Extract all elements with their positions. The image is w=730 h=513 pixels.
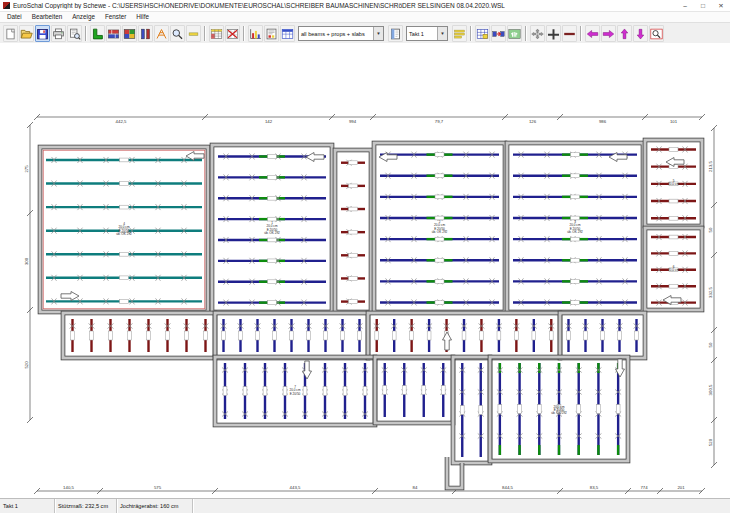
svg-text:774: 774 [640, 485, 648, 490]
hand-icon [508, 28, 521, 40]
room-label: üb. OK 292 [567, 230, 583, 234]
svg-text:84: 84 [413, 485, 418, 490]
close-button[interactable]: ✕ [712, 0, 730, 11]
strip-2[interactable] [215, 313, 368, 358]
menu-fenster[interactable]: Fenster [100, 12, 131, 22]
wing-room-1[interactable]: 520,0 cm [645, 140, 702, 226]
takt-select-combobox[interactable]: Takt 1▼ [406, 26, 448, 41]
lower-room-3[interactable]: 820,0 cmE 20/50üb. OK 292 [490, 357, 628, 461]
room-4[interactable]: 320,0 cmE 20/50üb. OK 292 [507, 143, 643, 312]
corridor-1[interactable] [335, 150, 371, 312]
slab-formwork-button[interactable] [122, 25, 137, 42]
print-preview-button[interactable] [67, 25, 82, 42]
strip-4[interactable] [560, 313, 645, 358]
room-2[interactable]: 120,0 cmE 20/50üb. OK 292 [212, 145, 332, 312]
layers-button[interactable] [452, 25, 467, 42]
menu-datei[interactable]: Datei [2, 12, 27, 22]
maximize-button[interactable]: □ [694, 0, 712, 11]
select-mode-button[interactable] [507, 25, 522, 42]
room-1[interactable]: 420,0 cmE 20/50üb. OK 292 [40, 147, 208, 312]
scroll-left-button[interactable] [585, 25, 600, 42]
folder-open-icon [20, 28, 33, 40]
lower-corridor[interactable] [453, 357, 490, 463]
display-filter-value: all beams + props + slabs [299, 31, 373, 37]
chevron-down-icon[interactable]: ▼ [373, 27, 383, 40]
table-colored-icon [210, 28, 223, 40]
parts-list-button[interactable] [209, 25, 224, 42]
ruler-left: 275300520 [24, 122, 33, 423]
save-file-button[interactable] [35, 25, 50, 42]
transfer-button[interactable] [491, 25, 506, 42]
pan-arrows-icon [531, 28, 544, 40]
lower-room-1[interactable]: 720,0 cmE 20/50 [215, 357, 375, 425]
table-view-button[interactable] [280, 25, 295, 42]
strip-1[interactable] [63, 313, 215, 358]
svg-text:520: 520 [708, 438, 713, 446]
columns-button[interactable] [138, 25, 153, 42]
print-button[interactable] [51, 25, 66, 42]
chevron-down-icon[interactable]: ▼ [437, 27, 447, 40]
report-page-icon [265, 28, 278, 40]
strip-3[interactable] [368, 313, 560, 358]
pan-button[interactable] [530, 25, 545, 42]
svg-text:50: 50 [708, 227, 713, 232]
table-blue-icon [281, 28, 294, 40]
menu-bearbeiten[interactable]: Bearbeiten [27, 12, 67, 22]
measure-button[interactable] [186, 25, 201, 42]
wall-formwork-button[interactable] [106, 25, 121, 42]
color-slab-icon [123, 28, 136, 40]
floor-plan[interactable]: 442,514299479,7126986101140,5575443,5848… [0, 43, 730, 499]
grid-settings-button[interactable] [475, 25, 490, 42]
svg-text:300,5: 300,5 [708, 384, 713, 395]
lower-room-2[interactable] [375, 357, 453, 423]
floppy-disk-icon [36, 28, 49, 40]
minus-dark-icon [563, 28, 576, 40]
l-profile-icon [91, 28, 104, 40]
zoom-out-button[interactable] [562, 25, 577, 42]
status-field-1: Takt 1 [0, 499, 55, 513]
columns-icon [139, 28, 152, 40]
svg-text:50: 50 [708, 342, 713, 347]
menu-anzeige[interactable]: Anzeige [67, 12, 100, 22]
scaffold-button[interactable] [154, 25, 169, 42]
wall-profile-button[interactable] [90, 25, 105, 42]
room-label: 20,0 cm [668, 182, 679, 186]
drawing-canvas[interactable]: 442,514299479,7126986101140,5575443,5848… [0, 43, 730, 499]
svg-text:201: 201 [677, 485, 685, 490]
scroll-right-button[interactable] [601, 25, 616, 42]
display-filter-combobox[interactable]: all beams + props + slabs▼ [298, 26, 384, 41]
plus-dark-icon [547, 28, 560, 40]
scroll-up-button[interactable] [617, 25, 632, 42]
ruler-right: 213,550332,550300,5520 [708, 125, 717, 468]
scroll-down-button[interactable] [633, 25, 648, 42]
bar-chart-icon [249, 28, 262, 40]
zoom-in-button[interactable] [546, 25, 561, 42]
report-button[interactable] [264, 25, 279, 42]
page-setup-button[interactable] [388, 25, 403, 42]
window-title: EuroSchal Copyright by Schewe - C:\USERS… [13, 2, 505, 9]
clear-list-button[interactable] [225, 25, 240, 42]
room-3[interactable]: 220,0 cmE 20/50üb. OK 292 [374, 143, 505, 312]
toolbar-separator [243, 26, 244, 41]
minimize-button[interactable]: – [676, 0, 694, 11]
menu-bar: DateiBearbeitenAnzeigeFensterHilfe [0, 12, 730, 23]
room-label: E 20/50 [290, 392, 301, 396]
menu-hilfe[interactable]: Hilfe [131, 12, 154, 22]
zoom-button[interactable] [170, 25, 185, 42]
room-label: üb. OK 292 [551, 411, 567, 415]
new-document-button[interactable] [3, 25, 18, 42]
statistics-button[interactable] [248, 25, 263, 42]
zoom-window-button[interactable] [649, 25, 664, 42]
toolbar-separator [85, 26, 86, 41]
room-label: üb. OK 292 [264, 231, 280, 235]
direction-arrow [61, 292, 79, 301]
ruler-top: 442,514299479,7126986101 [34, 114, 705, 124]
arrow-right-icon [602, 28, 615, 40]
window-controls: – □ ✕ [676, 0, 730, 11]
title-bar: EuroSchal Copyright by Schewe - C:\USERS… [0, 0, 730, 12]
toolbar-separator [525, 26, 526, 41]
page-new-icon [4, 28, 17, 40]
yellow-lines-icon [453, 28, 466, 40]
open-file-button[interactable] [19, 25, 34, 42]
room-label: 20,0 cm [668, 268, 679, 272]
